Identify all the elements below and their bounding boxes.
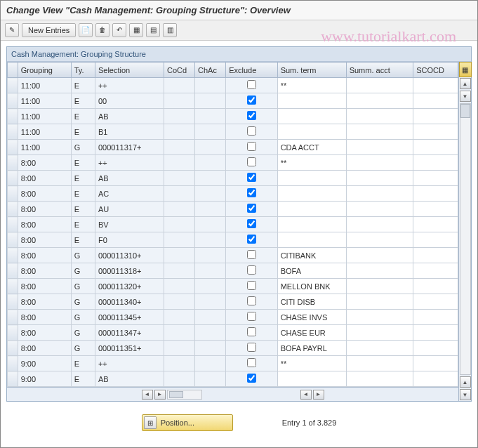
row-selector[interactable] — [8, 109, 18, 124]
cell-sumterm[interactable]: ** — [277, 78, 346, 93]
cell-summacct[interactable] — [346, 217, 413, 232]
cell-exclude[interactable] — [226, 356, 278, 371]
cell-selection[interactable]: ++ — [95, 155, 164, 171]
cell-cocd[interactable] — [164, 371, 194, 387]
cell-cocd[interactable] — [164, 186, 194, 202]
cell-exclude[interactable] — [226, 294, 278, 310]
cell-chac[interactable] — [195, 294, 226, 310]
col-exclude[interactable]: Exclude — [226, 62, 278, 78]
row-selector[interactable] — [8, 310, 18, 325]
cell-selection[interactable]: AB — [95, 109, 164, 124]
cell-selection[interactable]: AC — [95, 186, 164, 202]
cell-grouping[interactable]: 11:00 — [18, 124, 71, 140]
col-sumterm[interactable]: Sum. term — [277, 62, 346, 78]
cell-exclude[interactable] — [226, 140, 278, 155]
hscroll-track-left[interactable] — [167, 390, 202, 400]
cell-chac[interactable] — [195, 279, 226, 294]
table-config-button[interactable]: ▦ — [459, 62, 472, 77]
cell-ty[interactable]: E — [71, 171, 95, 186]
cell-scocd[interactable] — [413, 93, 458, 109]
exclude-checkbox[interactable] — [247, 157, 256, 166]
exclude-checkbox[interactable] — [247, 358, 256, 367]
cell-sumterm[interactable] — [277, 93, 346, 109]
col-cocd[interactable]: CoCd — [164, 62, 194, 78]
cell-sumterm[interactable]: BOFA PAYRL — [277, 341, 346, 356]
cell-exclude[interactable] — [226, 124, 278, 140]
cell-sumterm[interactable]: BOFA — [277, 263, 346, 279]
vscroll-down-button-2[interactable]: ▼ — [460, 389, 471, 400]
cell-exclude[interactable] — [226, 310, 278, 325]
cell-chac[interactable] — [195, 186, 226, 202]
exclude-checkbox[interactable] — [247, 327, 256, 336]
cell-summacct[interactable] — [346, 124, 413, 140]
cell-cocd[interactable] — [164, 263, 194, 279]
cell-selection[interactable]: B1 — [95, 124, 164, 140]
cell-sumterm[interactable]: CHASE INVS — [277, 310, 346, 325]
cell-exclude[interactable] — [226, 248, 278, 263]
deselect-all-button[interactable]: ▥ — [163, 23, 177, 37]
row-selector[interactable] — [8, 371, 18, 387]
cell-cocd[interactable] — [164, 232, 194, 248]
cell-summacct[interactable] — [346, 155, 413, 171]
row-selector[interactable] — [8, 78, 18, 93]
cell-chac[interactable] — [195, 155, 226, 171]
exclude-checkbox[interactable] — [247, 126, 256, 136]
cell-selection[interactable]: 000011347+ — [95, 325, 164, 341]
exclude-checkbox[interactable] — [247, 343, 256, 352]
cell-cocd[interactable] — [164, 78, 194, 93]
cell-scocd[interactable] — [413, 186, 458, 202]
cell-chac[interactable] — [195, 93, 226, 109]
cell-sumterm[interactable] — [277, 109, 346, 124]
cell-chac[interactable] — [195, 356, 226, 371]
cell-ty[interactable]: G — [71, 140, 95, 155]
cell-sumterm[interactable]: CITIBANK — [277, 248, 346, 263]
cell-chac[interactable] — [195, 217, 226, 232]
cell-sumterm[interactable] — [277, 232, 346, 248]
cell-exclude[interactable] — [226, 171, 278, 186]
exclude-checkbox[interactable] — [247, 265, 256, 275]
cell-grouping[interactable]: 11:00 — [18, 93, 71, 109]
cell-cocd[interactable] — [164, 217, 194, 232]
vscroll-track[interactable] — [460, 103, 471, 375]
cell-grouping[interactable]: 8:00 — [18, 217, 71, 232]
cell-grouping[interactable]: 9:00 — [18, 371, 71, 387]
cell-selection[interactable]: 000011345+ — [95, 310, 164, 325]
cell-ty[interactable]: G — [71, 294, 95, 310]
vscroll-thumb[interactable] — [460, 104, 470, 118]
cell-cocd[interactable] — [164, 325, 194, 341]
row-selector[interactable] — [8, 93, 18, 109]
cell-chac[interactable] — [195, 371, 226, 387]
cell-chac[interactable] — [195, 263, 226, 279]
cell-exclude[interactable] — [226, 155, 278, 171]
row-selector[interactable] — [8, 202, 18, 217]
cell-chac[interactable] — [195, 124, 226, 140]
cell-ty[interactable]: E — [71, 78, 95, 93]
cell-ty[interactable]: E — [71, 371, 95, 387]
cell-sumterm[interactable] — [277, 202, 346, 217]
cell-scocd[interactable] — [413, 248, 458, 263]
cell-ty[interactable]: E — [71, 124, 95, 140]
cell-exclude[interactable] — [226, 232, 278, 248]
cell-chac[interactable] — [195, 232, 226, 248]
copy-as-button[interactable]: 📄 — [79, 23, 93, 37]
cell-summacct[interactable] — [346, 310, 413, 325]
cell-selection[interactable]: AU — [95, 202, 164, 217]
cell-exclude[interactable] — [226, 341, 278, 356]
cell-summacct[interactable] — [346, 109, 413, 124]
exclude-checkbox[interactable] — [247, 173, 256, 182]
hscroll-right-button[interactable]: ► — [154, 390, 166, 400]
cell-cocd[interactable] — [164, 202, 194, 217]
undo-change-button[interactable]: ↶ — [112, 23, 126, 37]
cell-scocd[interactable] — [413, 310, 458, 325]
exclude-checkbox[interactable] — [247, 235, 256, 244]
cell-grouping[interactable]: 8:00 — [18, 232, 71, 248]
cell-grouping[interactable]: 8:00 — [18, 294, 71, 310]
cell-sumterm[interactable] — [277, 186, 346, 202]
cell-exclude[interactable] — [226, 93, 278, 109]
cell-scocd[interactable] — [413, 341, 458, 356]
row-selector[interactable] — [8, 217, 18, 232]
cell-sumterm[interactable]: MELLON BNK — [277, 279, 346, 294]
vscroll-up-button-2[interactable]: ▲ — [460, 376, 471, 388]
cell-chac[interactable] — [195, 78, 226, 93]
cell-chac[interactable] — [195, 310, 226, 325]
